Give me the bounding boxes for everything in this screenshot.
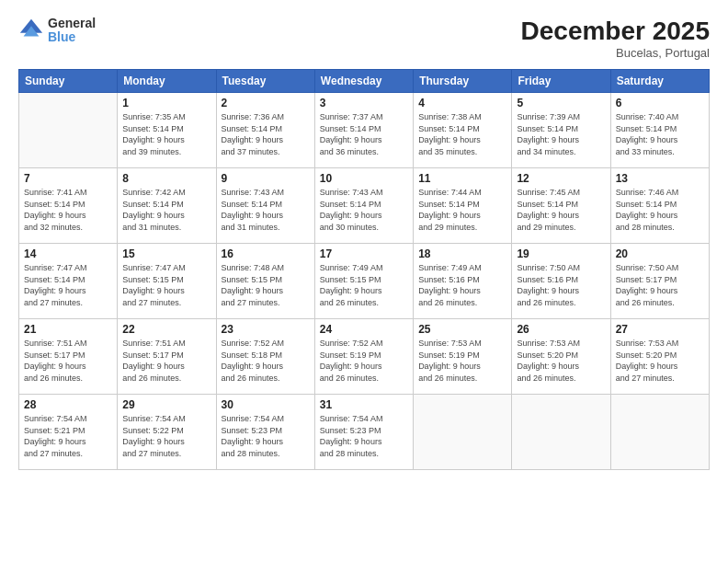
calendar-cell: 27Sunrise: 7:53 AM Sunset: 5:20 PM Dayli…: [610, 319, 709, 395]
calendar-cell: 14Sunrise: 7:47 AM Sunset: 5:14 PM Dayli…: [19, 244, 118, 319]
calendar-table: Sunday Monday Tuesday Wednesday Thursday…: [18, 69, 710, 470]
calendar-cell: 28Sunrise: 7:54 AM Sunset: 5:21 PM Dayli…: [19, 395, 118, 470]
day-number: 28: [24, 398, 112, 411]
calendar-cell: 25Sunrise: 7:53 AM Sunset: 5:19 PM Dayli…: [414, 319, 512, 395]
calendar-cell: 3Sunrise: 7:37 AM Sunset: 5:14 PM Daylig…: [314, 93, 413, 168]
day-info: Sunrise: 7:51 AM Sunset: 5:17 PM Dayligh…: [122, 338, 210, 384]
calendar-cell: 13Sunrise: 7:46 AM Sunset: 5:14 PM Dayli…: [610, 168, 709, 244]
day-info: Sunrise: 7:35 AM Sunset: 5:14 PM Dayligh…: [122, 111, 210, 157]
calendar-cell: [610, 395, 709, 470]
day-info: Sunrise: 7:38 AM Sunset: 5:14 PM Dayligh…: [418, 111, 506, 157]
day-number: 4: [418, 97, 506, 109]
day-number: 12: [517, 172, 605, 185]
day-number: 16: [222, 247, 310, 260]
calendar-week-3: 14Sunrise: 7:47 AM Sunset: 5:14 PM Dayli…: [19, 244, 710, 319]
day-info: Sunrise: 7:45 AM Sunset: 5:14 PM Dayligh…: [517, 187, 605, 233]
calendar-cell: 30Sunrise: 7:54 AM Sunset: 5:23 PM Dayli…: [216, 395, 314, 470]
day-number: 19: [517, 247, 605, 260]
calendar-cell: 12Sunrise: 7:45 AM Sunset: 5:14 PM Dayli…: [512, 168, 610, 244]
calendar-cell: 24Sunrise: 7:52 AM Sunset: 5:19 PM Dayli…: [314, 319, 413, 395]
day-number: 24: [320, 323, 408, 336]
logo-icon: [18, 17, 44, 43]
day-number: 18: [418, 247, 506, 260]
day-info: Sunrise: 7:53 AM Sunset: 5:20 PM Dayligh…: [616, 338, 704, 384]
day-number: 14: [24, 247, 112, 260]
day-info: Sunrise: 7:51 AM Sunset: 5:17 PM Dayligh…: [24, 338, 112, 384]
day-number: 29: [122, 398, 210, 411]
day-info: Sunrise: 7:40 AM Sunset: 5:14 PM Dayligh…: [616, 111, 704, 157]
day-info: Sunrise: 7:52 AM Sunset: 5:19 PM Dayligh…: [320, 338, 408, 384]
logo-line1: General: [48, 17, 96, 30]
header: General Blue December 2025 Bucelas, Port…: [18, 17, 710, 60]
day-number: 25: [418, 323, 506, 336]
col-sunday: Sunday: [19, 70, 118, 93]
calendar-cell: 17Sunrise: 7:49 AM Sunset: 5:15 PM Dayli…: [314, 244, 413, 319]
day-info: Sunrise: 7:53 AM Sunset: 5:20 PM Dayligh…: [517, 338, 605, 384]
calendar-cell: 21Sunrise: 7:51 AM Sunset: 5:17 PM Dayli…: [19, 319, 118, 395]
day-number: 11: [418, 172, 506, 185]
day-info: Sunrise: 7:37 AM Sunset: 5:14 PM Dayligh…: [320, 111, 408, 157]
day-number: 20: [616, 247, 704, 260]
day-number: 23: [222, 323, 310, 336]
day-info: Sunrise: 7:54 AM Sunset: 5:23 PM Dayligh…: [320, 413, 408, 459]
day-number: 5: [517, 97, 605, 109]
day-info: Sunrise: 7:47 AM Sunset: 5:15 PM Dayligh…: [122, 262, 210, 308]
calendar-cell: 6Sunrise: 7:40 AM Sunset: 5:14 PM Daylig…: [610, 93, 709, 168]
day-info: Sunrise: 7:44 AM Sunset: 5:14 PM Dayligh…: [418, 187, 506, 233]
day-number: 13: [616, 172, 704, 185]
title-block: December 2025 Bucelas, Portugal: [521, 17, 710, 60]
logo-line2: Blue: [48, 30, 96, 44]
day-info: Sunrise: 7:49 AM Sunset: 5:16 PM Dayligh…: [418, 262, 506, 308]
day-info: Sunrise: 7:49 AM Sunset: 5:15 PM Dayligh…: [320, 262, 408, 308]
calendar-cell: [512, 395, 610, 470]
day-info: Sunrise: 7:52 AM Sunset: 5:18 PM Dayligh…: [222, 338, 310, 384]
day-info: Sunrise: 7:43 AM Sunset: 5:14 PM Dayligh…: [320, 187, 408, 233]
page: General Blue December 2025 Bucelas, Port…: [0, 0, 728, 563]
day-number: 7: [24, 172, 112, 185]
calendar-cell: [19, 93, 118, 168]
calendar-cell: 26Sunrise: 7:53 AM Sunset: 5:20 PM Dayli…: [512, 319, 610, 395]
calendar-cell: 18Sunrise: 7:49 AM Sunset: 5:16 PM Dayli…: [414, 244, 512, 319]
logo: General Blue: [18, 17, 96, 45]
day-number: 8: [122, 172, 210, 185]
day-number: 15: [122, 247, 210, 260]
day-info: Sunrise: 7:54 AM Sunset: 5:22 PM Dayligh…: [122, 413, 210, 459]
calendar-week-1: 1Sunrise: 7:35 AM Sunset: 5:14 PM Daylig…: [19, 93, 710, 168]
col-tuesday: Tuesday: [216, 70, 314, 93]
calendar-cell: 16Sunrise: 7:48 AM Sunset: 5:15 PM Dayli…: [216, 244, 314, 319]
day-number: 3: [320, 97, 408, 109]
day-number: 1: [122, 97, 210, 109]
calendar-cell: 8Sunrise: 7:42 AM Sunset: 5:14 PM Daylig…: [118, 168, 216, 244]
day-info: Sunrise: 7:36 AM Sunset: 5:14 PM Dayligh…: [222, 111, 310, 157]
calendar-week-2: 7Sunrise: 7:41 AM Sunset: 5:14 PM Daylig…: [19, 168, 710, 244]
calendar-week-4: 21Sunrise: 7:51 AM Sunset: 5:17 PM Dayli…: [19, 319, 710, 395]
calendar-header-row: Sunday Monday Tuesday Wednesday Thursday…: [19, 70, 710, 93]
day-info: Sunrise: 7:46 AM Sunset: 5:14 PM Dayligh…: [616, 187, 704, 233]
calendar-cell: 9Sunrise: 7:43 AM Sunset: 5:14 PM Daylig…: [216, 168, 314, 244]
day-info: Sunrise: 7:43 AM Sunset: 5:14 PM Dayligh…: [222, 187, 310, 233]
col-thursday: Thursday: [414, 70, 512, 93]
calendar-cell: 29Sunrise: 7:54 AM Sunset: 5:22 PM Dayli…: [118, 395, 216, 470]
col-saturday: Saturday: [610, 70, 709, 93]
day-number: 10: [320, 172, 408, 185]
day-number: 6: [616, 97, 704, 109]
calendar-cell: 15Sunrise: 7:47 AM Sunset: 5:15 PM Dayli…: [118, 244, 216, 319]
month-title: December 2025: [521, 17, 710, 46]
day-number: 31: [320, 398, 408, 411]
calendar-cell: 10Sunrise: 7:43 AM Sunset: 5:14 PM Dayli…: [314, 168, 413, 244]
calendar-cell: 2Sunrise: 7:36 AM Sunset: 5:14 PM Daylig…: [216, 93, 314, 168]
calendar-cell: 7Sunrise: 7:41 AM Sunset: 5:14 PM Daylig…: [19, 168, 118, 244]
day-number: 22: [122, 323, 210, 336]
day-info: Sunrise: 7:50 AM Sunset: 5:17 PM Dayligh…: [616, 262, 704, 308]
calendar-cell: 31Sunrise: 7:54 AM Sunset: 5:23 PM Dayli…: [314, 395, 413, 470]
calendar-cell: 20Sunrise: 7:50 AM Sunset: 5:17 PM Dayli…: [610, 244, 709, 319]
day-number: 21: [24, 323, 112, 336]
col-friday: Friday: [512, 70, 610, 93]
calendar-cell: 19Sunrise: 7:50 AM Sunset: 5:16 PM Dayli…: [512, 244, 610, 319]
calendar-week-5: 28Sunrise: 7:54 AM Sunset: 5:21 PM Dayli…: [19, 395, 710, 470]
calendar-cell: 5Sunrise: 7:39 AM Sunset: 5:14 PM Daylig…: [512, 93, 610, 168]
calendar-cell: 4Sunrise: 7:38 AM Sunset: 5:14 PM Daylig…: [414, 93, 512, 168]
day-info: Sunrise: 7:47 AM Sunset: 5:14 PM Dayligh…: [24, 262, 112, 308]
calendar-cell: [414, 395, 512, 470]
day-info: Sunrise: 7:50 AM Sunset: 5:16 PM Dayligh…: [517, 262, 605, 308]
